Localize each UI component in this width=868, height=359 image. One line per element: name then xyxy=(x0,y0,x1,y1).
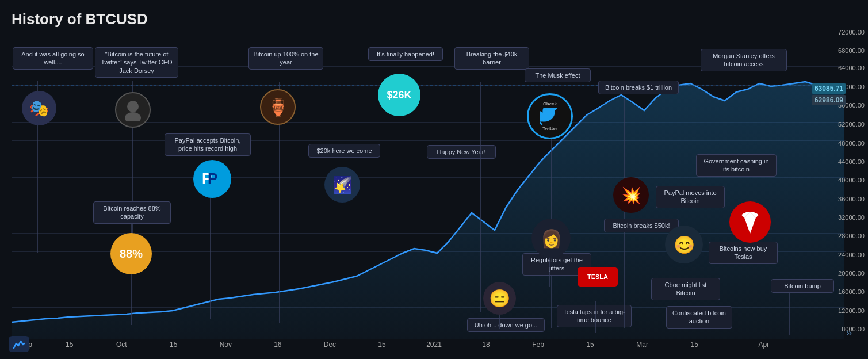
annotation-going-well: And it was all going so well.... xyxy=(13,47,93,70)
ann-line-8 xyxy=(448,167,448,334)
ann-line-15 xyxy=(632,215,632,333)
annotation-cboe: Cboe might list Bitcoin xyxy=(651,278,720,300)
ann-icon-paypal: P P xyxy=(193,160,231,198)
ann-icon-26k: $26K xyxy=(378,74,420,116)
x-label-dec: Dec xyxy=(324,341,336,349)
x-label-nov: Nov xyxy=(220,341,232,349)
ann-line-9 xyxy=(480,82,481,312)
x-label-18: 18 xyxy=(482,341,490,349)
chart-container: History of BTCUSD 72000.00 68000.00 6400… xyxy=(0,0,868,359)
chart-logo xyxy=(9,336,29,352)
y-label-16000: 16000.00 xyxy=(838,288,865,295)
x-label-15c: 15 xyxy=(378,341,385,349)
ann-line-7 xyxy=(399,121,399,339)
ann-icon-dorsey xyxy=(115,92,151,128)
x-label-15d: 15 xyxy=(586,341,594,349)
annotation-20k: $20k here we come xyxy=(308,144,380,158)
annotation-paypal-bitcoin: PayPal moves into Bitcoin xyxy=(656,186,725,208)
annotation-musk: The Musk effect xyxy=(525,68,591,82)
ann-icon-1: 🎭 xyxy=(22,91,56,125)
forward-arrow[interactable]: » xyxy=(846,327,852,339)
annotation-100pct: Bitcoin up 100% on the year xyxy=(248,47,323,70)
ann-line-20 xyxy=(751,246,751,333)
ann-line-21 xyxy=(789,292,790,335)
y-label-72000: 72000.00 xyxy=(838,29,865,36)
y-label-68000: 68000.00 xyxy=(838,47,865,54)
x-label-mar: Mar xyxy=(636,341,648,349)
ann-icon-twitter: Check Twitter xyxy=(527,93,573,139)
ann-icon-tesla-logo xyxy=(729,201,771,243)
annotation-40k: Breaking the $40k barrier xyxy=(454,47,529,70)
ann-icon-tesla-badge: TESLA xyxy=(578,267,618,287)
ann-icon-face: 😊 xyxy=(665,226,703,263)
annotation-government: Government cashing in its bitcoin xyxy=(696,154,777,177)
ann-line-17b xyxy=(701,331,701,339)
annotation-confiscated: Confiscated bitcoin auction xyxy=(666,306,732,329)
price-low-label: 62986.09 xyxy=(812,95,846,105)
x-label-15a: 15 xyxy=(66,341,73,349)
x-label-feb: Feb xyxy=(532,341,544,349)
ann-icon-20k: 🌠 xyxy=(324,167,360,203)
annotation-1trillion: Bitcoin breaks $1 trillion xyxy=(598,81,679,94)
ann-icon-50k: 💥 xyxy=(613,177,649,213)
ann-line-18 xyxy=(732,82,732,329)
y-label-28000: 28000.00 xyxy=(838,232,865,239)
y-label-48000: 48000.00 xyxy=(838,140,865,147)
annotation-paypal: PayPal accepts Bitcoin, price hits recor… xyxy=(165,133,251,156)
svg-point-1 xyxy=(125,112,141,121)
y-label-52000: 52000.00 xyxy=(838,121,865,128)
ann-icon-88pct: 88% xyxy=(110,233,152,274)
y-label-20000: 20000.00 xyxy=(838,270,865,277)
x-label-oct: Oct xyxy=(116,341,127,349)
ann-icon-down: 😑 xyxy=(483,282,516,315)
ann-line-13 xyxy=(595,301,596,333)
x-label-15e: 15 xyxy=(691,341,698,349)
annotation-50k: Bitcoin breaks $50k! xyxy=(604,219,679,232)
ann-line-10 xyxy=(499,315,500,329)
ann-icon-100pct: 🏺 xyxy=(260,89,296,125)
annotation-dorsey: "Bitcoin is the future of Twitter" says … xyxy=(95,47,178,78)
y-label-40000: 40000.00 xyxy=(838,177,865,184)
annotation-bitcoin-bump: Bitcoin bump xyxy=(771,279,834,293)
y-label-44000: 44000.00 xyxy=(838,158,865,165)
annotation-morgan-stanley: Morgan Stanley offers bitcoin access xyxy=(701,49,787,71)
annotation-down: Uh oh... down we go... xyxy=(467,318,545,332)
annotation-happy-new-year: Happy New Year! xyxy=(427,145,496,159)
annotation-tesla-bounce: Tesla taps in for a big-time bounce xyxy=(557,305,632,327)
svg-point-0 xyxy=(127,101,139,112)
ann-line-14 xyxy=(624,98,625,328)
price-high-label: 63085.71 xyxy=(812,83,846,94)
y-label-64000: 64000.00 xyxy=(838,64,865,71)
annotation-teslas: Bitcoins now buy Teslas xyxy=(709,242,778,264)
x-label-apr: Apr xyxy=(759,341,770,349)
y-label-32000: 32000.00 xyxy=(838,214,865,221)
x-label-16: 16 xyxy=(274,341,281,349)
y-label-36000: 36000.00 xyxy=(838,196,865,203)
x-label-2021: 2021 xyxy=(426,341,442,349)
x-label-15b: 15 xyxy=(170,341,177,349)
y-label-12000: 12000.00 xyxy=(838,307,865,314)
y-label-8000: 8000.00 xyxy=(842,326,865,333)
svg-text:P: P xyxy=(208,170,217,187)
annotation-88-capacity: Bitcoin reaches 88% capacity xyxy=(93,201,171,224)
y-label-24000: 24000.00 xyxy=(838,251,865,258)
annotation-26k: It's finally happened! xyxy=(368,47,443,61)
ann-icon-regulators: 👩 xyxy=(531,219,571,258)
